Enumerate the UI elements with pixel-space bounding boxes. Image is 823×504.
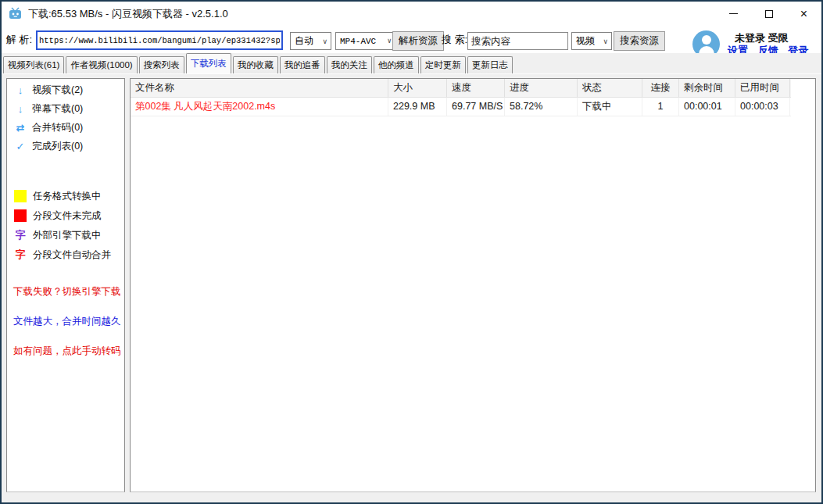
search-input[interactable] [467, 32, 568, 50]
tab-video-list[interactable]: 视频列表(61) [3, 56, 64, 73]
note-merge-time: 文件越大，合并时间越久 [13, 315, 121, 328]
red-swatch-icon [14, 209, 27, 222]
search-type-value: 视频 [576, 34, 595, 48]
swap-arrows-icon: ⇄ [14, 122, 27, 134]
cell-status: 下载中 [578, 98, 642, 116]
tab-my-follows[interactable]: 我的关注 [327, 56, 372, 73]
download-table: 文件名称 大小 速度 进度 状态 连接 剩余时间 已用时间 第002集 凡人风起… [130, 78, 816, 492]
column-header-connections[interactable]: 连接 [642, 79, 679, 97]
legend-converting: 任务格式转换中 [14, 189, 102, 203]
close-button[interactable]: × [786, 2, 821, 26]
parse-resource-button[interactable]: 解析资源 [392, 31, 444, 51]
column-header-elapsed[interactable]: 已用时间 [735, 79, 790, 97]
tab-download-list[interactable]: 下载列表 [186, 53, 231, 73]
column-header-remaining[interactable]: 剩余时间 [679, 79, 735, 97]
parse-resource-label: 解析资源 [399, 34, 438, 48]
legend-auto-merge: 字 分段文件自动合并 [14, 248, 111, 262]
sidebar-item-completed-list[interactable]: ✓ 完成列表(0) [7, 137, 124, 155]
close-icon: × [800, 8, 807, 20]
cell-progress: 58.72% [505, 98, 578, 116]
sidebar-item-danmaku-download[interactable]: ↓ 弹幕下载(0) [7, 99, 124, 118]
app-window: 下载:65.53 MB/s - 闪豆视频下载器 - v2.5.1.0 × 解 析… [0, 0, 823, 504]
window-controls: × [716, 2, 821, 26]
user-icon [702, 35, 711, 45]
tab-scheduled-update[interactable]: 定时更新 [420, 56, 466, 73]
maximize-icon [765, 10, 773, 18]
chevron-down-icon: ∨ [322, 38, 327, 45]
search-resource-label: 搜索资源 [620, 34, 659, 48]
tab-changelog[interactable]: 更新日志 [467, 56, 513, 73]
tab-search-list[interactable]: 搜索列表 [139, 56, 184, 73]
minimize-button[interactable] [716, 2, 751, 26]
app-logo-icon [9, 7, 22, 20]
table-header: 文件名称 大小 速度 进度 状态 连接 剩余时间 已用时间 [131, 79, 791, 98]
format-select[interactable]: MP4-AVC ∨ [335, 32, 395, 50]
sidebar-item-video-download[interactable]: ↓ 视频下载(2) [7, 80, 124, 99]
column-header-filename[interactable]: 文件名称 [131, 79, 388, 97]
tab-author-videos[interactable]: 作者视频(1000) [66, 56, 137, 73]
maximize-button[interactable] [751, 2, 786, 26]
download-sidebar: ↓ 视频下载(2) ↓ 弹幕下载(0) ⇄ 合并转码(0) ✓ 完成列表(0) [6, 78, 125, 492]
tab-bar: 视频列表(61) 作者视频(1000) 搜索列表 下载列表 我的收藏 我的追番 … [2, 53, 821, 73]
chevron-down-icon: ∨ [603, 38, 608, 45]
chevron-down-icon: ∨ [388, 37, 392, 45]
search-type-select[interactable]: 视频 ∨ [571, 32, 612, 50]
yellow-swatch-icon [14, 190, 27, 202]
parse-label: 解 析: [6, 33, 32, 47]
search-resource-button[interactable]: 搜索资源 [614, 31, 665, 51]
column-header-progress[interactable]: 进度 [505, 79, 578, 97]
legend-segment-incomplete: 分段文件未完成 [14, 209, 102, 223]
sidebar-item-merge-transcode[interactable]: ⇄ 合并转码(0) [7, 118, 124, 137]
tab-his-channel[interactable]: 他的频道 [374, 56, 419, 73]
column-header-speed[interactable]: 速度 [447, 79, 505, 97]
check-icon: ✓ [14, 141, 27, 152]
download-list-pane: ↓ 视频下载(2) ↓ 弹幕下载(0) ⇄ 合并转码(0) ✓ 完成列表(0) [2, 73, 821, 502]
cell-filename: 第002集 凡人风起天南2002.m4s [131, 98, 388, 116]
cell-speed: 69.77 MB/S [447, 98, 505, 116]
tab-my-bangumi[interactable]: 我的追番 [280, 56, 325, 73]
format-select-value: MP4-AVC [340, 37, 376, 46]
column-header-size[interactable]: 大小 [388, 79, 447, 97]
column-header-status[interactable]: 状态 [578, 79, 642, 97]
tab-my-favorites[interactable]: 我的收藏 [233, 56, 278, 73]
download-arrow-icon: ↓ [14, 103, 27, 115]
cell-size: 229.9 MB [388, 98, 447, 116]
note-switch-engine[interactable]: 下载失败？切换引擎下载 [13, 285, 121, 298]
minimize-icon [729, 13, 738, 14]
cell-elapsed: 00:00:03 [735, 98, 790, 116]
table-row[interactable]: 第002集 凡人风起天南2002.m4s 229.9 MB 69.77 MB/S… [131, 98, 791, 116]
parse-url-input[interactable] [36, 30, 283, 50]
zi-glyph-icon: 字 [14, 228, 27, 242]
note-manual-transcode[interactable]: 如有问题，点此手动转码 [13, 345, 121, 358]
window-title: 下载:65.53 MB/s - 闪豆视频下载器 - v2.5.1.0 [28, 2, 228, 26]
mode-select[interactable]: 自动 ∨ [290, 32, 331, 50]
download-arrow-icon: ↓ [14, 84, 27, 96]
zi-glyph-icon: 字 [14, 248, 27, 262]
download-nav: ↓ 视频下载(2) ↓ 弹幕下载(0) ⇄ 合并转码(0) ✓ 完成列表(0) [7, 80, 124, 155]
search-label: 搜 索: [442, 33, 467, 47]
legend-external-engine: 字 外部引擎下载中 [14, 228, 102, 242]
mode-select-value: 自动 [295, 34, 313, 48]
cell-remaining: 00:00:01 [679, 98, 735, 116]
cell-connections: 1 [642, 98, 679, 116]
